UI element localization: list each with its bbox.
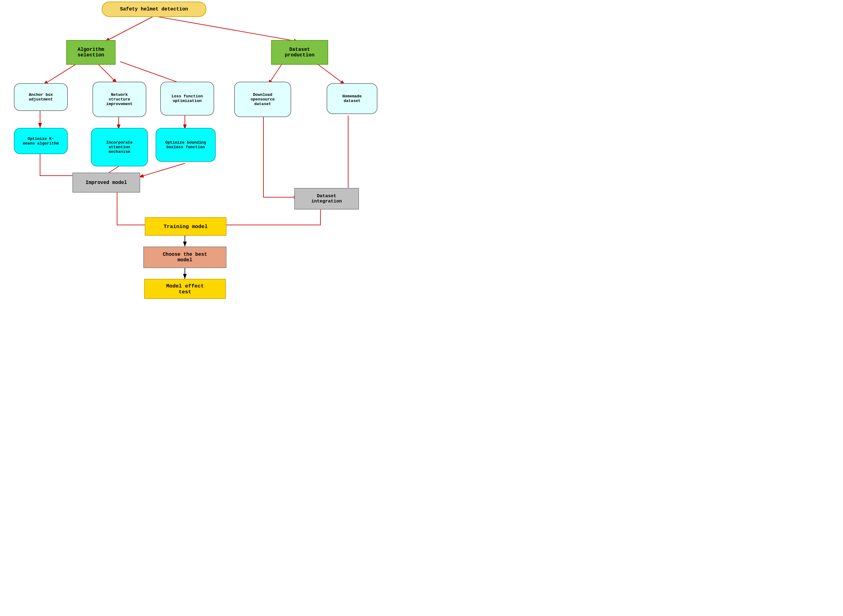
loss-function-label: Loss function optimization — [172, 94, 203, 103]
svg-line-6 — [120, 62, 185, 85]
dataset-production-node: Dataset production — [271, 40, 328, 65]
improved-model-label: Improved model — [86, 180, 127, 186]
algorithm-selection-label: Algorithm selection — [78, 47, 104, 58]
svg-line-13 — [139, 163, 185, 177]
improved-model-node: Improved model — [72, 173, 140, 193]
incorporate-attention-label: Incorporate attention mechanism — [106, 140, 133, 154]
dataset-integration-node: Dataset integration — [294, 188, 359, 210]
anchor-box-node: Anchor box adjustment — [14, 83, 68, 111]
svg-line-10 — [268, 62, 283, 85]
optimize-kmeans-label: Optimize K- means algorithm — [23, 136, 59, 146]
optimize-bounding-label: Optimize bounding boxloss function — [165, 140, 206, 150]
training-model-label: Training model — [164, 224, 208, 230]
incorporate-attention-node: Incorporate attention mechanism — [91, 128, 148, 166]
network-structure-label: Network structure improvement — [106, 92, 133, 106]
anchor-box-label: Anchor box adjustment — [29, 92, 53, 102]
model-effect-label: Model effect test — [166, 283, 204, 295]
optimize-bounding-node: Optimize bounding boxloss function — [155, 128, 216, 162]
safety-helmet-label: Safety helmet detection — [120, 6, 188, 12]
flowchart: Safety helmet detection Algorithm select… — [0, 0, 421, 308]
choose-best-node: Choose the best model — [143, 246, 226, 268]
network-structure-node: Network structure improvement — [92, 82, 147, 117]
dataset-production-label: Dataset production — [285, 47, 314, 58]
download-dataset-node: Download opensource dataset — [234, 82, 291, 117]
svg-line-11 — [314, 62, 345, 85]
svg-line-5 — [98, 65, 117, 83]
loss-function-node: Loss function optimization — [160, 82, 214, 116]
safety-helmet-node: Safety helmet detection — [102, 1, 207, 17]
svg-line-3 — [154, 16, 299, 42]
homemade-dataset-label: Homemade dataset — [342, 94, 361, 103]
algorithm-selection-node: Algorithm selection — [66, 40, 116, 65]
svg-line-4 — [43, 62, 80, 85]
model-effect-node: Model effect test — [144, 279, 226, 299]
svg-line-2 — [105, 16, 154, 42]
homemade-dataset-node: Homemade dataset — [327, 83, 377, 114]
download-dataset-label: Download opensource dataset — [251, 92, 274, 106]
choose-best-label: Choose the best model — [163, 252, 207, 263]
training-model-node: Training model — [145, 217, 226, 236]
optimize-kmeans-node: Optimize K- means algorithm — [14, 128, 68, 154]
dataset-integration-label: Dataset integration — [311, 194, 342, 204]
